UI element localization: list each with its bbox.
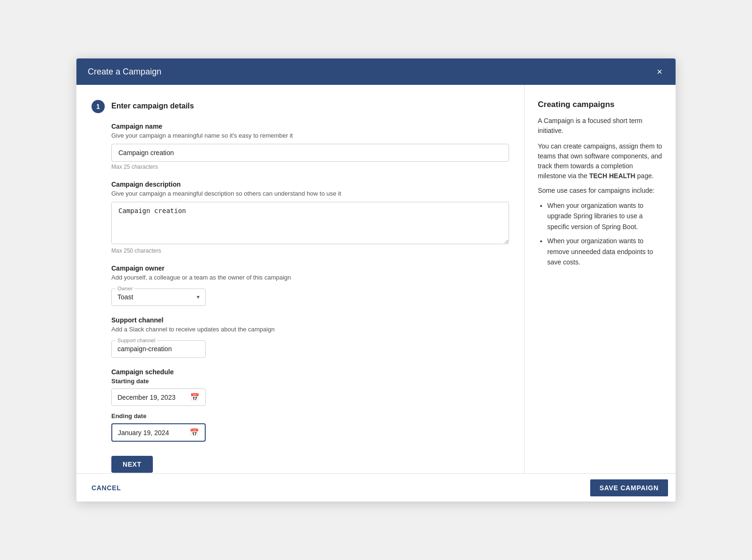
campaign-description-section: Campaign description Give your campaign … <box>111 181 509 254</box>
starting-date-label: Starting date <box>111 378 509 385</box>
calendar-icon-end: 📅 <box>190 428 199 437</box>
owner-fieldset[interactable]: Owner Toast ▾ <box>111 286 206 306</box>
calendar-icon: 📅 <box>190 393 200 402</box>
campaign-schedule-title: Campaign schedule <box>111 368 509 376</box>
campaign-name-input[interactable] <box>111 144 509 162</box>
close-button[interactable]: × <box>655 65 664 78</box>
starting-date-field[interactable]: December 19, 2023 📅 <box>111 388 206 406</box>
campaign-owner-title: Campaign owner <box>111 264 509 272</box>
modal-sidebar: Creating campaigns A Campaign is a focus… <box>525 85 676 473</box>
save-campaign-button[interactable]: SAVE CAMPAIGN <box>590 479 668 496</box>
list-item: When your organization wants to upgrade … <box>547 200 662 232</box>
sidebar-body: You can create campaigns, assign them to… <box>538 141 662 181</box>
chevron-down-icon: ▾ <box>197 294 200 300</box>
support-channel-legend: Support channel <box>116 338 157 343</box>
ending-date-field[interactable]: January 19, 2024 📅 <box>111 423 206 442</box>
sidebar-use-cases-intro: Some use cases for campaigns include: <box>538 186 662 196</box>
modal-body: 1 Enter campaign details Campaign name G… <box>76 85 676 473</box>
next-button[interactable]: NEXT <box>111 456 153 473</box>
campaign-desc-title: Campaign description <box>111 181 509 188</box>
campaign-desc-desc: Give your campaign a meaningful descript… <box>111 190 509 197</box>
campaign-schedule-section: Campaign schedule Starting date December… <box>111 368 509 442</box>
form-fields: Campaign name Give your campaign a meani… <box>92 123 509 473</box>
tech-health-link: TECH HEALTH <box>589 172 635 180</box>
owner-legend: Owner <box>116 286 134 291</box>
modal: Create a Campaign × 1 Enter campaign det… <box>76 58 676 502</box>
campaign-owner-desc: Add yourself, a colleague or a team as t… <box>111 274 509 281</box>
step1-circle: 1 <box>92 100 105 113</box>
campaign-description-input[interactable] <box>111 202 509 244</box>
support-channel-input[interactable] <box>117 345 200 353</box>
campaign-name-desc: Give your campaign a meaningful name so … <box>111 132 509 139</box>
sidebar-intro: A Campaign is a focused short term initi… <box>538 116 662 136</box>
ending-date-label: Ending date <box>111 412 509 420</box>
starting-date-value: December 19, 2023 <box>117 394 175 401</box>
modal-title: Create a Campaign <box>88 67 161 77</box>
list-item: When your organization wants to remove u… <box>547 236 662 267</box>
support-channel-section: Support channel Add a Slack channel to r… <box>111 316 509 358</box>
campaign-name-section: Campaign name Give your campaign a meani… <box>111 123 509 170</box>
sidebar-use-cases-list: When your organization wants to upgrade … <box>538 200 662 267</box>
support-channel-title: Support channel <box>111 316 509 324</box>
step1-header: 1 Enter campaign details <box>92 100 509 113</box>
owner-select-row: Toast ▾ <box>117 293 200 301</box>
campaign-name-title: Campaign name <box>111 123 509 130</box>
owner-value: Toast <box>117 293 133 301</box>
modal-header: Create a Campaign × <box>76 58 676 85</box>
support-channel-desc: Add a Slack channel to receive updates a… <box>111 326 509 333</box>
modal-footer: CANCEL SAVE CAMPAIGN <box>76 473 676 502</box>
support-channel-fieldset[interactable]: Support channel <box>111 338 206 358</box>
ending-date-value: January 19, 2024 <box>118 429 169 436</box>
campaign-owner-section: Campaign owner Add yourself, a colleague… <box>111 264 509 306</box>
step1-label: Enter campaign details <box>111 100 194 110</box>
sidebar-title: Creating campaigns <box>538 100 662 109</box>
campaign-desc-hint: Max 250 characters <box>111 247 509 254</box>
modal-main: 1 Enter campaign details Campaign name G… <box>76 85 525 473</box>
campaign-name-hint: Max 25 characters <box>111 164 509 170</box>
cancel-button[interactable]: CANCEL <box>84 479 129 496</box>
